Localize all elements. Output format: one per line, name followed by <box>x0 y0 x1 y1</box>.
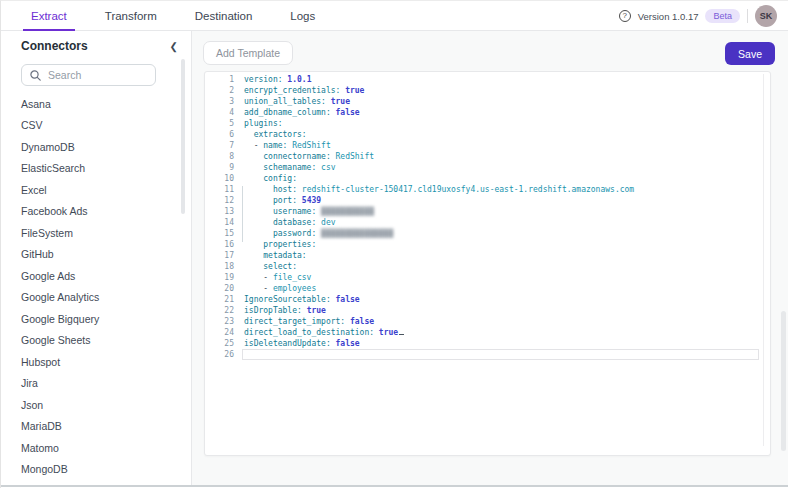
code-line[interactable]: - name: RedShift <box>244 140 759 151</box>
line-number: 3 <box>205 96 238 107</box>
search-box <box>21 64 156 86</box>
code-line[interactable]: direct_load_to_destination: true <box>244 327 759 338</box>
sidebar-item-filesystem[interactable]: FileSystem <box>1 222 192 244</box>
code-line[interactable]: isDropTable: true <box>244 305 759 316</box>
line-number: 20 <box>205 283 238 294</box>
code-line[interactable]: isDeleteandUpdate: false <box>244 338 759 349</box>
help-icon[interactable]: ? <box>619 10 631 22</box>
code-line[interactable]: IgnoreSourcetable: false <box>244 294 759 305</box>
code-line[interactable]: union_all_tables: true <box>244 96 759 107</box>
line-number: 13 <box>205 206 238 217</box>
main-panel: Add Template Save 1234567891011121314151… <box>192 31 788 485</box>
tab-transform[interactable]: Transform <box>97 1 165 31</box>
line-number: 7 <box>205 140 238 151</box>
line-number: 14 <box>205 217 238 228</box>
text-cursor <box>399 327 404 335</box>
code-line[interactable]: schemaname: csv <box>244 162 759 173</box>
sidebar-item-matomo[interactable]: Matomo <box>1 437 192 459</box>
header-right-cluster: ? Version 1.0.17 Beta SK <box>619 1 777 31</box>
line-number: 10 <box>205 173 238 184</box>
sidebar-scrollbar[interactable] <box>181 59 185 214</box>
sidebar-item-facebook-ads[interactable]: Facebook Ads <box>1 201 192 223</box>
code-line[interactable]: extractors: <box>244 129 759 140</box>
line-number: 12 <box>205 195 238 206</box>
sidebar-item-github[interactable]: GitHub <box>1 244 192 266</box>
header-divider <box>747 9 748 23</box>
sidebar-item-google-sheets[interactable]: Google Sheets <box>1 330 192 352</box>
line-number: 18 <box>205 261 238 272</box>
search-input[interactable] <box>48 69 147 81</box>
line-number: 4 <box>205 107 238 118</box>
tab-logs[interactable]: Logs <box>282 1 323 31</box>
beta-badge: Beta <box>705 9 740 23</box>
code-line[interactable]: - employees <box>244 283 759 294</box>
code-line[interactable]: add_dbname_column: false <box>244 107 759 118</box>
top-nav-bar: ExtractTransformDestinationLogs ? Versio… <box>1 1 788 31</box>
indent-guide <box>242 186 243 242</box>
line-number: 11 <box>205 184 238 195</box>
line-number: 2 <box>205 85 238 96</box>
sidebar-item-google-ads[interactable]: Google Ads <box>1 265 192 287</box>
line-number: 23 <box>205 316 238 327</box>
sidebar-item-dynamodb[interactable]: DynamoDB <box>1 136 192 158</box>
code-line[interactable]: password: ███████████████ <box>244 228 759 239</box>
header-tabs: ExtractTransformDestinationLogs <box>1 1 323 31</box>
sidebar-item-elasticsearch[interactable]: ElasticSearch <box>1 158 192 180</box>
search-icon <box>30 70 41 81</box>
line-numbers: 1234567891011121314151617181920212223242… <box>205 74 238 360</box>
line-number: 16 <box>205 239 238 250</box>
line-number: 25 <box>205 338 238 349</box>
line-number: 26 <box>205 349 238 360</box>
line-number: 6 <box>205 129 238 140</box>
sidebar-item-excel[interactable]: Excel <box>1 179 192 201</box>
code-line[interactable]: direct_target_import: false <box>244 316 759 327</box>
save-button[interactable]: Save <box>725 42 775 65</box>
sidebar-header: Connectors ❮ <box>1 31 191 61</box>
code-line[interactable]: database: dev <box>244 217 759 228</box>
connectors-sidebar: Connectors ❮ AsanaCSVDynamoDBElasticSear… <box>1 31 192 485</box>
line-number: 21 <box>205 294 238 305</box>
app-window: ExtractTransformDestinationLogs ? Versio… <box>1 1 788 488</box>
code-line[interactable]: metadata: <box>244 250 759 261</box>
sidebar-item-mongodb[interactable]: MongoDB <box>1 459 192 481</box>
sidebar-item-csv[interactable]: CSV <box>1 115 192 137</box>
code-line[interactable]: properties: <box>244 239 759 250</box>
line-number: 8 <box>205 151 238 162</box>
line-number: 1 <box>205 74 238 85</box>
line-number: 17 <box>205 250 238 261</box>
line-number: 5 <box>205 118 238 129</box>
line-number: 9 <box>205 162 238 173</box>
line-number: 22 <box>205 305 238 316</box>
sidebar-item-mariadb[interactable]: MariaDB <box>1 416 192 438</box>
code-line[interactable]: version: 1.0.1 <box>244 74 759 85</box>
sidebar-item-hubspot[interactable]: Hubspot <box>1 351 192 373</box>
code-line[interactable]: port: 5439 <box>244 195 759 206</box>
code-line[interactable]: host: redshift-cluster-150417.cld19uxosf… <box>244 184 759 195</box>
page-scrollbar[interactable] <box>781 311 786 451</box>
code-line[interactable] <box>242 349 759 360</box>
code-line[interactable]: encrypt_credentials: true <box>244 85 759 96</box>
tab-destination[interactable]: Destination <box>187 1 261 31</box>
code-line[interactable]: - file_csv <box>244 272 759 283</box>
connector-list: AsanaCSVDynamoDBElasticSearchExcelFacebo… <box>1 93 192 485</box>
sidebar-item-google-analytics[interactable]: Google Analytics <box>1 287 192 309</box>
code-editor[interactable]: 1234567891011121314151617181920212223242… <box>204 71 771 456</box>
sidebar-item-jira[interactable]: Jira <box>1 373 192 395</box>
collapse-chevron-icon[interactable]: ❮ <box>170 41 178 52</box>
line-number: 15 <box>205 228 238 239</box>
code-line[interactable]: plugins: <box>244 118 759 129</box>
code-line[interactable]: username: ███████████ <box>244 206 759 217</box>
line-number: 24 <box>205 327 238 338</box>
sidebar-item-json[interactable]: Json <box>1 394 192 416</box>
add-template-button[interactable]: Add Template <box>203 41 293 65</box>
code-line[interactable]: select: <box>244 261 759 272</box>
code-line[interactable]: config: <box>244 173 759 184</box>
sidebar-item-google-bigquery[interactable]: Google Bigquery <box>1 308 192 330</box>
tab-extract[interactable]: Extract <box>23 1 75 31</box>
avatar[interactable]: SK <box>755 5 777 27</box>
code-line[interactable]: connectorname: RedShift <box>244 151 759 162</box>
editor-scrollbar[interactable] <box>763 74 764 446</box>
code-content: version: 1.0.1encrypt_credentials: trueu… <box>244 74 759 360</box>
sidebar-item-asana[interactable]: Asana <box>1 93 192 115</box>
version-label: Version 1.0.17 <box>638 11 699 22</box>
